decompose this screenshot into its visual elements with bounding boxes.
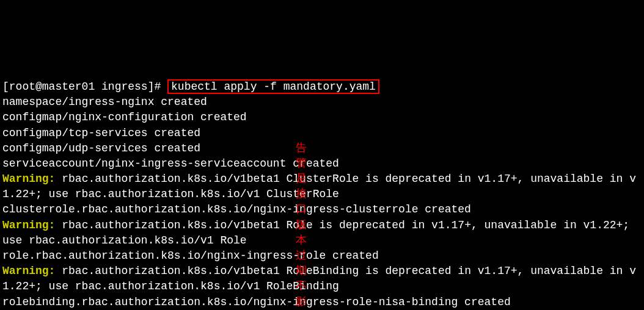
- output-line: configmap/tcp-services created: [2, 127, 200, 139]
- output-line: configmap/nginx-configuration created: [2, 111, 247, 123]
- annotation-text: 告警是接口版本过期不影响: [296, 141, 307, 310]
- output-line: configmap/udp-services created: [2, 142, 200, 154]
- output-line: role.rbac.authorization.k8s.io/nginx-ing…: [2, 250, 379, 262]
- warning-text: rbac.authorization.k8s.io/v1beta1 Cluste…: [2, 173, 636, 200]
- kubectl-command: kubectl apply -f mandatory.yaml: [171, 81, 376, 93]
- output-line: clusterrole.rbac.authorization.k8s.io/ng…: [2, 203, 471, 215]
- warning-label: Warning:: [2, 173, 55, 185]
- output-line: rolebinding.rbac.authorization.k8s.io/ng…: [2, 296, 511, 308]
- highlighted-command: kubectl apply -f mandatory.yaml: [167, 79, 379, 94]
- warning-label: Warning:: [2, 265, 55, 277]
- warning-label: Warning:: [2, 219, 55, 231]
- warning-text: rbac.authorization.k8s.io/v1beta1 RoleBi…: [2, 265, 636, 292]
- output-line: namespace/ingress-nginx created: [2, 96, 207, 108]
- shell-prompt: [root@master01 ingress]#: [2, 81, 167, 93]
- warning-text: rbac.authorization.k8s.io/v1beta1 Role i…: [2, 219, 636, 247]
- terminal-output: [root@master01 ingress]# kubectl apply -…: [2, 64, 642, 310]
- output-line: serviceaccount/nginx-ingress-serviceacco…: [2, 157, 339, 170]
